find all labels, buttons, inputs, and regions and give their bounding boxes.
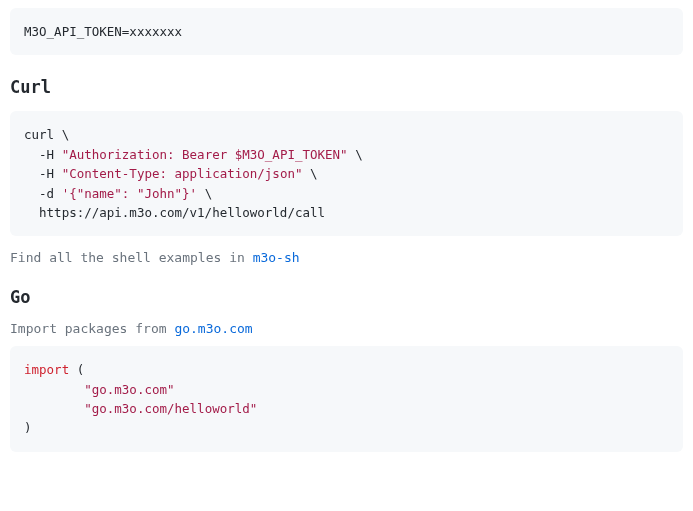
go-heading: Go xyxy=(10,287,683,307)
string-token: "go.m3o.com/helloworld" xyxy=(84,401,257,416)
code-line: M3O_API_TOKEN=xxxxxxx xyxy=(24,24,182,39)
string-token: "Authorization: Bearer $M3O_API_TOKEN" xyxy=(62,147,348,162)
curl-heading: Curl xyxy=(10,77,683,97)
code-line: import ( xyxy=(24,362,84,377)
curl-code-block: curl \ -H "Authorization: Bearer $M3O_AP… xyxy=(10,111,683,236)
code-line: -H "Authorization: Bearer $M3O_API_TOKEN… xyxy=(24,147,363,162)
string-token: '{"name": "John"}' xyxy=(62,186,197,201)
keyword-token: import xyxy=(24,362,69,377)
code-line: "go.m3o.com" xyxy=(24,382,175,397)
code-line: -d '{"name": "John"}' \ xyxy=(24,186,212,201)
shell-examples-text: Find all the shell examples in m3o-sh xyxy=(10,250,683,265)
go-import-text: Import packages from go.m3o.com xyxy=(10,321,683,336)
go-code-block: import ( "go.m3o.com" "go.m3o.com/hellow… xyxy=(10,346,683,452)
code-line: ) xyxy=(24,420,32,435)
string-token: "go.m3o.com" xyxy=(84,382,174,397)
string-token: "Content-Type: application/json" xyxy=(62,166,303,181)
code-line: https://api.m3o.com/v1/helloworld/call xyxy=(24,205,325,220)
code-line: -H "Content-Type: application/json" \ xyxy=(24,166,318,181)
env-code-block: M3O_API_TOKEN=xxxxxxx xyxy=(10,8,683,55)
code-line: curl \ xyxy=(24,127,69,142)
go-m3o-link[interactable]: go.m3o.com xyxy=(174,321,252,336)
m3o-sh-link[interactable]: m3o-sh xyxy=(253,250,300,265)
code-line: "go.m3o.com/helloworld" xyxy=(24,401,257,416)
